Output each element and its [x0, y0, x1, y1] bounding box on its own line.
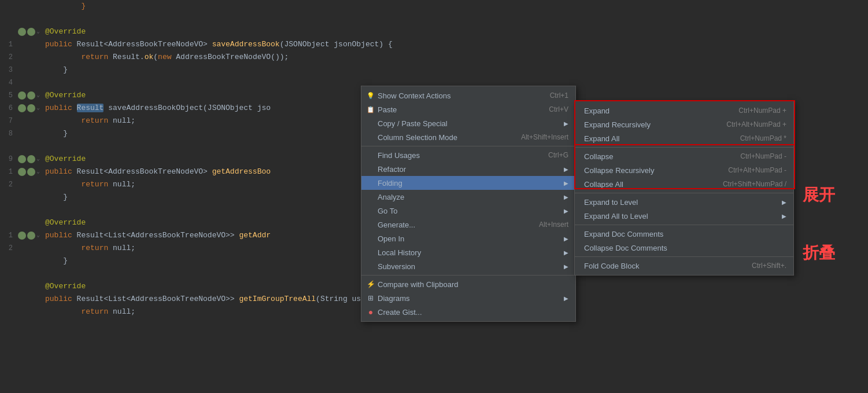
code-line-2: 2 return Result.ok(new AddressBookTreeNo… — [0, 51, 868, 64]
menu-folding[interactable]: Folding ▶ — [361, 176, 575, 190]
code-line-1: 1 public Result<AddressBookTreeNodeVO> s… — [0, 38, 868, 51]
submenu-collapse-doc-comments[interactable]: Collapse Doc Comments — [575, 241, 793, 255]
menu-go-to[interactable]: Go To ▶ — [361, 204, 575, 218]
menu-open-in[interactable]: Open In ▶ — [361, 232, 575, 245]
submenu-separator — [575, 147, 793, 148]
menu-column-selection[interactable]: Column Selection Mode Alt+Shift+Insert — [361, 130, 575, 144]
gutter-icon — [27, 168, 35, 176]
submenu-arrow: ▶ — [564, 249, 568, 256]
submenu-item-shortcut: Ctrl+Shift+. — [752, 262, 786, 270]
fold-icon[interactable]: ⌄ — [36, 102, 40, 115]
code-line-3: 3 } — [0, 64, 868, 76]
submenu-item-label: Collapse — [584, 152, 614, 161]
menu-item-label: Open In — [378, 234, 404, 243]
submenu-item-shortcut: Ctrl+Alt+NumPad + — [726, 120, 786, 128]
menu-copy-paste-special[interactable]: Copy / Paste Special ▶ — [361, 116, 575, 130]
submenu-collapse[interactable]: Collapse Ctrl+NumPad - — [575, 149, 793, 163]
menu-item-shortcut: Ctrl+1 — [550, 91, 568, 100]
submenu-arrow: ▶ — [782, 199, 786, 205]
submenu-expand-all-to-level[interactable]: Expand All to Level ▶ — [575, 209, 793, 223]
submenu-item-label: Expand — [584, 106, 610, 115]
submenu-item-label: Collapse All — [584, 180, 623, 189]
submenu-arrow: ▶ — [564, 236, 568, 242]
submenu-fold-code-block[interactable]: Fold Code Block Ctrl+Shift+. — [575, 259, 793, 273]
code-line-blank1 — [0, 13, 868, 25]
submenu-collapse-all[interactable]: Collapse All Ctrl+Shift+NumPad / — [575, 177, 793, 191]
menu-paste[interactable]: 📋 Paste Ctrl+V — [361, 102, 575, 116]
fold-icon[interactable]: ⌄ — [36, 89, 40, 102]
gutter-icon — [27, 28, 35, 36]
submenu-expand-doc-comments[interactable]: Expand Doc Comments — [575, 227, 793, 241]
submenu-item-label: Expand Recursively — [584, 120, 651, 129]
menu-create-gist[interactable]: ● Create Gist... — [361, 305, 575, 319]
label-zhankai: 展开 — [803, 184, 835, 206]
menu-item-label: Find Usages — [378, 151, 420, 160]
menu-item-shortcut: Ctrl+V — [549, 105, 568, 113]
gist-icon: ● — [366, 307, 375, 317]
paste-icon: 📋 — [366, 105, 375, 114]
menu-separator-2 — [361, 275, 575, 276]
submenu-item-label: Collapse Doc Comments — [584, 244, 667, 252]
menu-item-label: Column Selection Mode — [378, 133, 457, 142]
submenu-item-label: Expand Doc Comments — [584, 230, 663, 238]
menu-compare-clipboard[interactable]: ⚡ Compare with Clipboard — [361, 277, 575, 291]
submenu-item-label: Collapse Recursively — [584, 166, 654, 175]
submenu-collapse-recursively[interactable]: Collapse Recursively Ctrl+Alt+NumPad - — [575, 163, 793, 177]
submenu-separator-2 — [575, 193, 793, 193]
submenu-arrow: ▶ — [564, 263, 568, 270]
compare-icon: ⚡ — [366, 280, 375, 289]
fold-icon[interactable]: ⌄ — [36, 166, 40, 178]
menu-item-label: Subversion — [378, 262, 415, 271]
submenu-item-label: Fold Code Block — [584, 262, 639, 270]
menu-item-label: Create Gist... — [378, 308, 422, 317]
menu-item-label: Show Context Actions — [378, 91, 450, 100]
bulb-icon: 💡 — [366, 91, 375, 100]
menu-item-label: Diagrams — [378, 294, 410, 303]
menu-item-label: Analyze — [378, 193, 404, 201]
gutter-icon — [18, 104, 26, 112]
submenu-expand[interactable]: Expand Ctrl+NumPad + — [575, 104, 793, 117]
gutter-icon — [18, 232, 26, 240]
submenu-item-shortcut: Ctrl+Alt+NumPad - — [728, 166, 786, 174]
gutter-icon — [18, 168, 26, 176]
gutter-icon — [27, 104, 35, 112]
gutter-icon — [27, 91, 35, 100]
menu-item-label: Compare with Clipboard — [378, 280, 458, 289]
submenu-expand-recursively[interactable]: Expand Recursively Ctrl+Alt+NumPad + — [575, 117, 793, 131]
fold-icon[interactable]: ⌄ — [36, 229, 40, 242]
submenu-separator-3 — [575, 225, 793, 225]
submenu-item-shortcut: Ctrl+Shift+NumPad / — [723, 180, 786, 188]
diagram-icon: ⊞ — [366, 293, 375, 303]
gutter-icon — [18, 91, 26, 100]
menu-separator — [361, 146, 575, 146]
submenu-item-shortcut: Ctrl+NumPad * — [740, 134, 786, 142]
submenu-item-label: Expand All to Level — [584, 212, 648, 221]
menu-item-shortcut: Alt+Insert — [539, 221, 568, 229]
submenu-arrow: ▶ — [564, 180, 568, 186]
code-line-0: } — [0, 0, 868, 13]
folding-submenu: Expand Ctrl+NumPad + Expand Recursively … — [574, 101, 794, 276]
menu-diagrams[interactable]: ⊞ Diagrams ▶ — [361, 291, 575, 305]
menu-subversion[interactable]: Subversion ▶ — [361, 259, 575, 273]
submenu-item-shortcut: Ctrl+NumPad + — [738, 106, 786, 115]
menu-local-history[interactable]: Local History ▶ — [361, 245, 575, 259]
menu-generate[interactable]: Generate... Alt+Insert — [361, 218, 575, 232]
submenu-arrow: ▶ — [564, 120, 568, 127]
menu-item-label: Generate... — [378, 221, 415, 229]
menu-item-label: Refactor — [378, 165, 406, 174]
fold-icon[interactable]: ⌄ — [36, 153, 40, 166]
submenu-expand-to-level[interactable]: Expand to Level ▶ — [575, 195, 793, 209]
menu-item-shortcut: Alt+Shift+Insert — [521, 133, 568, 141]
menu-analyze[interactable]: Analyze ▶ — [361, 190, 575, 204]
gutter-icon — [18, 28, 26, 36]
menu-find-usages[interactable]: Find Usages Ctrl+G — [361, 148, 575, 162]
label-zhedie: 折叠 — [803, 242, 835, 264]
gutter-icon — [27, 155, 35, 163]
code-line-override1: ⌄ @Override — [0, 25, 868, 38]
menu-refactor[interactable]: Refactor ▶ — [361, 162, 575, 176]
code-editor: } ⌄ @Override 1 public Result<AddressBoo… — [0, 0, 868, 393]
menu-show-context-actions[interactable]: 💡 Show Context Actions Ctrl+1 — [361, 89, 575, 102]
submenu-expand-all[interactable]: Expand All Ctrl+NumPad * — [575, 131, 793, 145]
fold-icon[interactable]: ⌄ — [36, 25, 40, 38]
gutter-icon — [18, 155, 26, 163]
